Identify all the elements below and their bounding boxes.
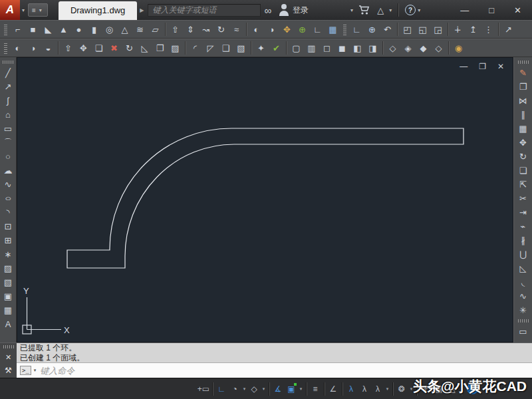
cylinder-icon[interactable]: ▮ [86,21,102,37]
multiline-text-icon[interactable]: A [1,317,15,331]
loft-icon[interactable]: ≈ [229,21,244,37]
sphere-icon[interactable]: ● [71,21,86,37]
subtract-icon[interactable]: ◑ [264,21,279,37]
ucs-icon[interactable]: ∟ [349,21,364,37]
help-caret-icon[interactable]: ▾ [416,7,422,13]
gradient-icon[interactable]: ▧ [1,275,15,289]
workspace-switching-icon[interactable]: ❂ [395,380,408,398]
polyline-icon[interactable]: ∫ [1,94,15,108]
command-customize-wrench-icon[interactable]: ⚒ [5,366,12,374]
blend-curves-icon[interactable]: ∿ [516,289,531,303]
taper-faces-icon[interactable]: ◺ [137,40,152,56]
polar-tracking-caret-icon[interactable]: ▾ [241,380,247,398]
union-icon[interactable]: ◐ [249,21,264,37]
ucs-z-axis-icon[interactable]: ↥ [466,21,481,37]
revision-cloud-icon[interactable]: ☁ [1,164,15,178]
dynamic-ucs-icon[interactable]: ∠ [327,380,340,398]
vs-shaded-icon[interactable]: ◨ [365,40,380,56]
construction-line-icon[interactable]: ↗ [1,80,15,94]
arc-icon[interactable]: ⌒ [1,136,15,150]
a360-caret-icon[interactable]: ▾ [387,7,394,13]
break-at-point-icon[interactable]: ⌁ [516,219,531,233]
isometric-drafting-caret-icon[interactable]: ▾ [261,380,267,398]
scale-icon[interactable]: ❏ [516,164,531,178]
render-environment-icon[interactable]: ◇ [431,40,446,56]
rotate-icon[interactable]: ↻ [516,150,531,164]
toolbar-grip[interactable] [343,23,346,35]
quick-access-toolbar-toggle[interactable]: ≡ ▾ [28,3,48,17]
3d-rotate-icon[interactable]: ⊕ [295,21,310,37]
cart-icon[interactable] [355,0,374,20]
3d-align-icon[interactable]: ∟ [310,21,325,37]
object-snap-tracking-icon[interactable]: ∡ [271,380,285,398]
search-input[interactable] [148,4,261,17]
ucs-face-icon[interactable]: ◰ [400,21,415,37]
command-prompt-icon[interactable]: >_ [20,366,31,375]
trim-icon[interactable]: ✂ [516,192,531,205]
drawing-shape[interactable] [67,128,464,268]
user-avatar-icon[interactable] [278,3,290,17]
command-panel-grip[interactable] [3,345,14,348]
vs-2d-wireframe-icon[interactable]: ▢ [289,40,304,56]
array-icon[interactable]: ▦ [516,122,531,136]
materials-icon[interactable]: ◆ [416,40,431,56]
color-edges-icon[interactable]: ▧ [233,40,249,56]
extrude-faces-icon[interactable]: ⇧ [61,40,76,56]
circle-icon[interactable]: ○ [1,150,15,164]
polysolid-icon[interactable]: ⌐ [10,21,25,37]
stretch-icon[interactable]: ⇱ [516,178,531,192]
annotation-visibility-icon[interactable]: λ [344,380,358,398]
toolbar-grip[interactable] [4,42,7,54]
polygon-icon[interactable]: ⌂ [1,108,15,122]
isometric-drafting-icon[interactable]: ◇ [247,380,261,398]
copy-edges-icon[interactable]: ❑ [218,40,233,56]
model-space[interactable]: Y X [17,57,513,342]
command-input[interactable] [39,365,532,376]
wedge-icon[interactable]: ◣ [41,21,56,37]
revolve-icon[interactable]: ↻ [213,21,229,37]
lights-icon[interactable]: ◇ [385,40,400,56]
torus-icon[interactable]: ◎ [102,21,117,37]
close-button[interactable]: ✕ [514,5,521,15]
move-faces-icon[interactable]: ✥ [76,40,91,56]
dynamic-input-icon[interactable]: +▭ [197,380,210,398]
vs-hidden-icon[interactable]: ◻ [319,40,334,56]
union-icon[interactable]: ◐ [10,40,25,56]
tab-overflow-button[interactable]: ▶ [137,7,146,13]
application-menu-caret-icon[interactable]: ▾ [20,7,27,13]
sign-in-caret-icon[interactable]: ▾ [348,7,355,13]
extend-icon[interactable]: ⇥ [516,205,531,219]
chamfer-icon[interactable]: ◺ [516,261,531,275]
presspull-icon[interactable]: ⇕ [183,21,198,37]
ucs-previous-icon[interactable]: ↶ [380,21,395,37]
vs-realistic-icon[interactable]: ◼ [334,40,350,56]
sweep-icon[interactable]: ↝ [198,21,213,37]
ucs-3point-icon[interactable]: ⋮ [481,21,496,37]
sun-status-icon[interactable]: ◈ [400,40,416,56]
intersect-icon[interactable]: ◒ [41,40,56,56]
clean-icon[interactable]: ✔ [269,40,284,56]
sign-in-button[interactable]: 登录 [290,5,311,16]
3d-move-icon[interactable]: ✥ [279,21,295,37]
rotate-faces-icon[interactable]: ↻ [122,40,137,56]
toolbar-grip[interactable] [518,319,529,323]
render-icon[interactable]: ◉ [451,40,466,56]
insert-block-icon[interactable]: ⊡ [1,219,15,233]
ucs-world-icon[interactable]: ⊕ [364,21,380,37]
copy-icon[interactable]: ❐ [516,80,531,94]
maximize-button[interactable]: □ [489,5,494,15]
fillet-icon[interactable]: ◟ [516,275,531,289]
delete-faces-icon[interactable]: ✖ [106,40,122,56]
mirror-icon[interactable]: ⋈ [516,94,531,108]
toolbar-grip[interactable] [518,61,529,64]
copy-faces-icon[interactable]: ❐ [152,40,168,56]
ellipse-icon[interactable]: ○ [0,193,17,204]
drawing-canvas[interactable]: — ❐ ✕ Y X [17,57,513,342]
pyramid-icon[interactable]: △ [117,21,132,37]
object-snap-caret-icon[interactable]: ▾ [298,380,304,398]
command-close-icon[interactable]: ✕ [5,354,11,361]
recent-commands-caret-icon[interactable]: ▾ [34,368,37,373]
ellipse-arc-icon[interactable]: ◝ [1,205,15,219]
search-binoculars-icon[interactable]: ∞ [261,0,274,20]
document-restore-button[interactable]: ❐ [479,62,486,71]
